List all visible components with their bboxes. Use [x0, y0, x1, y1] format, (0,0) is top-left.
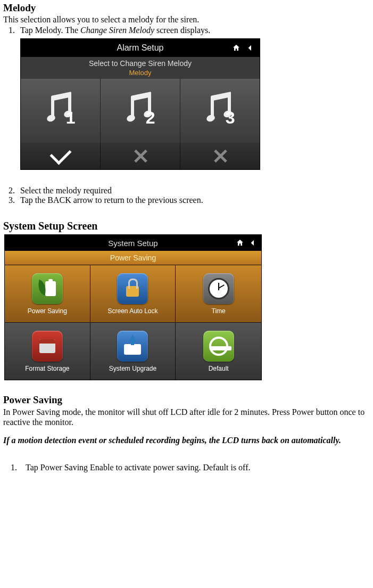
melody-option-1[interactable]: 1 — [21, 79, 101, 143]
cross-icon — [212, 148, 228, 164]
step-num: 2. — [5, 186, 15, 195]
time-tile[interactable]: Time — [176, 265, 261, 322]
check-icon — [49, 143, 71, 165]
alarm-subtitle1: Select to Change Siren Melody — [21, 59, 260, 68]
melody-desc: This selection allows you to select a me… — [3, 15, 370, 24]
power-saving-heading: Power Saving — [3, 394, 370, 406]
melody-option-3[interactable]: 3 — [180, 79, 260, 143]
power-saving-icon — [32, 273, 63, 304]
step-text: Tap Melody. The Change Siren Melody scre… — [20, 26, 210, 35]
default-tile[interactable]: Default — [176, 322, 261, 380]
home-icon[interactable] — [231, 43, 242, 53]
cross-icon — [132, 148, 148, 164]
music-note-icon: 3 — [199, 89, 242, 132]
system-title: System Setup — [108, 239, 158, 248]
music-note-icon: 2 — [119, 89, 162, 132]
alarm-subtitle2: Melody — [21, 69, 260, 77]
back-icon[interactable] — [245, 43, 255, 53]
screen-auto-lock-tile[interactable]: Screen Auto Lock — [90, 265, 176, 322]
melody-unselected-2 — [101, 143, 180, 169]
step-text: Tap Power Saving Enable to activate powe… — [26, 463, 250, 472]
system-subtitle: Power Saving — [5, 251, 261, 265]
alarm-setup-screenshot: Alarm Setup Select to Change Siren Melod… — [20, 38, 260, 170]
system-setup-screenshot: System Setup Power Saving Power Saving S… — [4, 234, 262, 380]
home-icon[interactable] — [235, 238, 245, 248]
upgrade-icon — [117, 331, 148, 362]
power-saving-tile[interactable]: Power Saving — [5, 265, 90, 322]
system-upgrade-tile[interactable]: System Upgrade — [90, 322, 176, 380]
step-text: Tap the BACK arrow to return to the prev… — [20, 195, 203, 205]
step-num: 1. — [5, 26, 15, 35]
system-titlebar: System Setup — [5, 235, 261, 251]
alarm-titlebar: Alarm Setup — [21, 39, 260, 57]
lock-icon — [117, 273, 148, 304]
back-icon[interactable] — [247, 238, 258, 248]
storage-icon — [32, 331, 63, 362]
melody-heading: Melody — [3, 2, 370, 14]
format-storage-tile[interactable]: Format Storage — [5, 322, 90, 380]
alarm-title: Alarm Setup — [117, 43, 163, 53]
melody-selected-1 — [21, 143, 101, 169]
power-saving-desc: In Power Saving mode, the monitor will s… — [3, 407, 370, 427]
alarm-subtitle-bar: Select to Change Siren Melody Melody — [21, 57, 260, 79]
music-note-icon: 1 — [39, 89, 82, 132]
step-text: Select the melody required — [20, 186, 112, 195]
system-setup-heading: System Setup Screen — [3, 220, 370, 232]
melody-option-2[interactable]: 2 — [101, 79, 180, 143]
default-icon — [203, 331, 234, 362]
step-num: 1. — [7, 463, 17, 472]
power-saving-note: If a motion detection event or scheduled… — [3, 436, 370, 445]
melody-unselected-3 — [180, 143, 260, 169]
step-num: 3. — [5, 195, 15, 205]
clock-icon — [203, 273, 234, 304]
